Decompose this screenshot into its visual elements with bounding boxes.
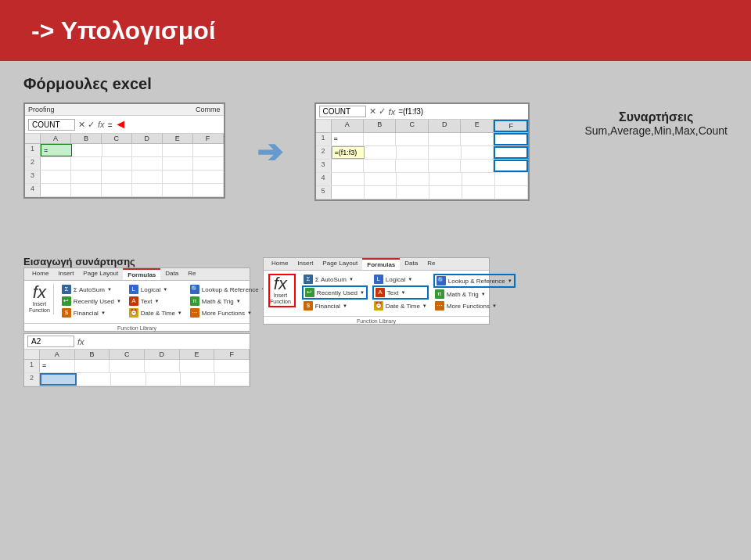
- more-functions-left[interactable]: ⋯ More Functions ▼: [189, 307, 268, 318]
- more-functions-icon-left: ⋯: [190, 308, 199, 318]
- text-left[interactable]: A Text ▼: [128, 296, 184, 307]
- col-headers-left: A B C D E F: [25, 134, 224, 144]
- tab-pagelayout-left[interactable]: Page Layout: [78, 268, 123, 280]
- tab-re-right[interactable]: Re: [422, 258, 440, 270]
- recently-used-left[interactable]: ↩ Recently Used ▼: [60, 296, 123, 307]
- col-B: B: [71, 134, 102, 143]
- financial-icon-right: $: [304, 301, 313, 311]
- tab-formulas-left[interactable]: Formulas: [123, 268, 160, 280]
- math-trig-label-left: Math & Trig: [202, 298, 234, 305]
- col-rE: E: [461, 120, 493, 132]
- col-headers-bottom: A B C D E F: [24, 350, 250, 360]
- tab-data-left[interactable]: Data: [160, 268, 183, 280]
- table-row: 1 =: [316, 133, 529, 146]
- recently-used-icon-right: ↩: [305, 288, 314, 297]
- formula-bar-left: COUNT ✕ ✓ fx = ◄: [25, 116, 224, 134]
- namebox-left[interactable]: COUNT: [28, 119, 75, 131]
- autosum-left[interactable]: Σ Σ AutoSum ▼: [60, 284, 123, 295]
- datetime-left[interactable]: ⏰ Date & Time ▼: [128, 307, 184, 318]
- table-row: 2: [25, 157, 224, 171]
- text-label-left: Text: [141, 298, 153, 305]
- more-functions-right[interactable]: ⋯ More Functions ▼: [433, 300, 516, 311]
- formula-bar-right: COUNT ✕ ✓ fx =(f1:f3): [316, 104, 529, 120]
- namebox-right[interactable]: COUNT: [319, 106, 366, 117]
- page-title: -> Υπολογισμοί: [31, 16, 216, 45]
- table-row: 4: [25, 184, 224, 197]
- corner-cell-b: [24, 350, 40, 359]
- ribbon-tabs-left: Home Insert Page Layout Formulas Data Re: [24, 268, 250, 281]
- tab-pagelayout-right[interactable]: Page Layout: [318, 258, 362, 270]
- sigma-icon-right: Σ: [304, 275, 313, 284]
- recently-used-right[interactable]: ↩ Recently Used ▼: [302, 285, 368, 300]
- formula-icons-right: ✕ ✓: [369, 106, 386, 117]
- fx-icon-left: fx: [98, 120, 105, 129]
- formula-content-right: =(f1:f3): [398, 107, 525, 116]
- financial-right[interactable]: $ Financial ▼: [302, 300, 368, 311]
- bottom-left-block: Εισαγωγή συνάρτησης Home Insert Page Lay…: [23, 209, 250, 387]
- math-trig-left[interactable]: π Math & Trig ▼: [189, 296, 268, 307]
- table-row: 5: [316, 186, 529, 199]
- ribbon-left-screenshot: Home Insert Page Layout Formulas Data Re…: [23, 267, 250, 332]
- formula-content-left: = ◄: [108, 117, 221, 131]
- ribbon-body-right: fx InsertFunction Σ Σ AutoSum ▼ ↩ Recent…: [264, 271, 489, 314]
- ribbon-proofing: Proofing: [28, 106, 55, 113]
- col-F: F: [193, 134, 224, 143]
- excel-right-screenshot: COUNT ✕ ✓ fx =(f1:f3) A B C D E F 1 =: [314, 102, 530, 201]
- col-bF: F: [214, 350, 250, 359]
- autosum-chevron-left: ▼: [107, 287, 112, 292]
- sigma-icon-left: Σ: [62, 285, 71, 294]
- fx-icon-right: fx: [389, 107, 396, 117]
- col-rC: C: [396, 120, 428, 132]
- tab-formulas-right[interactable]: Formulas: [362, 258, 400, 270]
- lookup-ref-left[interactable]: 🔍 Lookup & Reference ▼: [189, 284, 268, 295]
- text-right[interactable]: A Text ▼: [372, 285, 429, 300]
- tab-data-right[interactable]: Data: [400, 258, 422, 270]
- math-trig-label-right: Math & Trig: [447, 291, 479, 298]
- ribbon-tabs-right: Home Insert Page Layout Formulas Data Re: [264, 258, 489, 271]
- ribbon-body-left: fx InsertFunction Σ Σ AutoSum ▼ ↩ Recent…: [24, 281, 250, 321]
- insert-func-text-right: InsertFunction: [270, 293, 291, 306]
- lookup-label-right: Lookup & Reference: [448, 278, 505, 285]
- col-bE: E: [180, 350, 215, 359]
- math-trig-right[interactable]: π Math & Trig ▼: [433, 289, 516, 300]
- lookup-ref-right[interactable]: 🔍 Lookup & Reference ▼: [433, 274, 516, 288]
- ribbon-right-screenshot: Home Insert Page Layout Formulas Data Re…: [263, 257, 490, 325]
- tab-insert-right[interactable]: Insert: [293, 258, 318, 270]
- table-row: 3: [25, 171, 224, 184]
- tab-re-left[interactable]: Re: [183, 268, 200, 280]
- autosum-right[interactable]: Σ Σ AutoSum ▼: [302, 274, 368, 285]
- col-C: C: [102, 134, 132, 143]
- fx-big-icon-right: fx: [274, 275, 287, 293]
- logical-icon-left: L: [129, 285, 138, 294]
- ribbon-group-3-right: 🔍 Lookup & Reference ▼ π Math & Trig ▼ ⋯…: [433, 274, 516, 311]
- datetime-icon-right: ⏰: [374, 301, 383, 311]
- recently-used-label-right: Recently Used: [317, 289, 358, 296]
- tab-home-left[interactable]: Home: [27, 268, 53, 280]
- datetime-right[interactable]: ⏰ Date & Time ▼: [372, 300, 429, 311]
- insert-function-btn-right[interactable]: fx InsertFunction: [268, 274, 296, 307]
- tab-home-right[interactable]: Home: [267, 258, 293, 270]
- excel-grid-right: A B C D E F 1 = 2 =: [316, 120, 529, 199]
- financial-left[interactable]: $ Financial ▼: [60, 307, 123, 318]
- tab-insert-left[interactable]: Insert: [53, 268, 78, 280]
- header: -> Υπολογισμοί: [0, 0, 751, 61]
- datetime-icon-left: ⏰: [129, 308, 138, 318]
- synartiseis-subtitle: Sum,Average,Min,Max,Count: [584, 124, 728, 137]
- synartiseis-block: Συναρτήσεις Sum,Average,Min,Max,Count: [584, 110, 728, 137]
- text-icon-right: A: [376, 288, 385, 297]
- namebox-bottom[interactable]: A2: [27, 336, 74, 347]
- excel-ribbon-left: Proofing Comme: [25, 104, 224, 116]
- direction-arrow-icon: ➔: [257, 134, 283, 170]
- logical-label-right: Logical: [386, 276, 405, 283]
- col-headers-right: A B C D E F: [316, 120, 529, 133]
- insert-func-text-left: InsertFunction: [29, 301, 50, 314]
- excel-grid-bottom: A B C D E F 1 =: [24, 350, 250, 386]
- insert-function-btn-left[interactable]: fx InsertFunction: [29, 284, 54, 314]
- top-row: Proofing Comme COUNT ✕ ✓ fx = ◄ A B C: [23, 102, 728, 201]
- function-library-label-right: Function Library: [264, 316, 489, 324]
- fx-big-icon-left: fx: [33, 284, 46, 301]
- logical-right[interactable]: L Logical ▼: [372, 274, 429, 285]
- math-trig-icon-left: π: [190, 296, 199, 306]
- logical-left[interactable]: L Logical ▼: [128, 284, 184, 295]
- fx-icon-bottom: fx: [77, 337, 84, 346]
